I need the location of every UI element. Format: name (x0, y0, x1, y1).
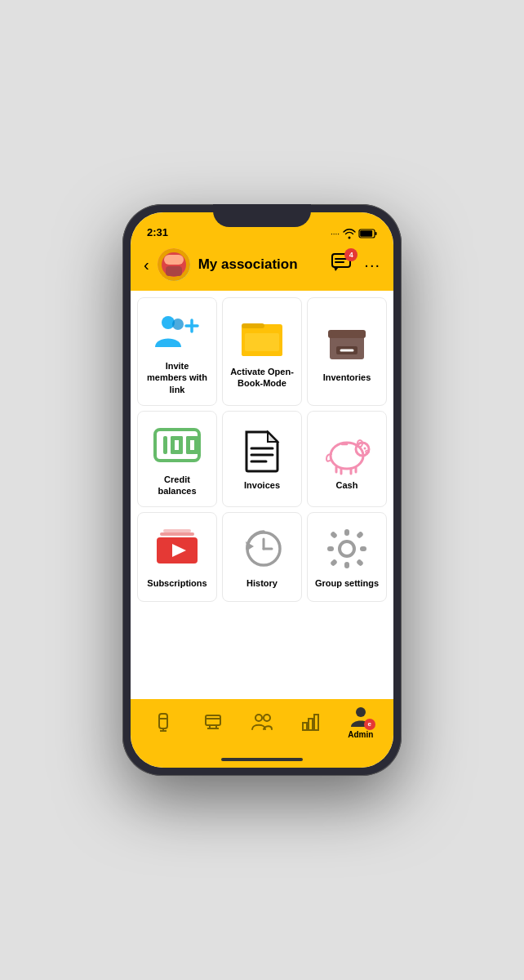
grid-item-inventories[interactable]: Inventories (307, 297, 387, 406)
svg-rect-62 (159, 714, 167, 728)
history-label: History (246, 577, 278, 589)
svg-rect-5 (164, 255, 184, 265)
svg-rect-66 (206, 715, 220, 725)
svg-rect-47 (160, 532, 194, 536)
inventories-icon (326, 323, 367, 363)
credit-icon-wrap (153, 425, 201, 466)
members-icon (251, 713, 273, 731)
svg-rect-75 (314, 715, 318, 730)
svg-rect-31 (186, 450, 198, 454)
svg-point-38 (364, 448, 366, 450)
drinks-icon (154, 712, 172, 732)
svg-rect-59 (356, 531, 364, 539)
invoices-icon-wrap (238, 430, 286, 471)
svg-rect-61 (356, 559, 364, 567)
phone-screen: 2:31 ···· ‹ (131, 212, 393, 768)
phone-frame: 2:31 ···· ‹ (122, 204, 402, 776)
nav-item-food[interactable] (195, 712, 231, 732)
back-button[interactable]: ‹ (144, 256, 149, 274)
credit-label: Credit balances (144, 474, 210, 497)
header-actions: 4 ··· (331, 253, 380, 276)
avatar (158, 248, 190, 281)
svg-point-53 (340, 541, 354, 556)
svg-rect-30 (186, 436, 198, 440)
grid-item-settings[interactable]: Group settings (307, 512, 387, 602)
status-time: 2:31 (147, 226, 168, 238)
svg-rect-73 (303, 723, 307, 730)
credit-balances-icon (153, 426, 201, 464)
inventories-icon-wrap (323, 323, 371, 363)
bottom-navigation: e Admin (131, 699, 393, 751)
notch (213, 204, 311, 227)
history-icon (242, 528, 282, 569)
svg-rect-19 (328, 330, 366, 338)
subscriptions-icon-wrap (153, 528, 201, 569)
invite-icon-wrap (153, 311, 201, 352)
home-bar (221, 758, 303, 761)
svg-rect-17 (245, 333, 279, 351)
svg-rect-1 (360, 230, 372, 237)
signal-dots-icon: ···· (331, 229, 340, 238)
invoices-icon (243, 430, 281, 471)
stats-icon (302, 713, 320, 731)
svg-rect-26 (171, 436, 183, 440)
svg-rect-22 (155, 430, 199, 461)
group-settings-icon-wrap (323, 528, 371, 569)
svg-rect-6 (166, 266, 182, 276)
invite-label: Invite members with link (144, 360, 210, 395)
nav-item-stats[interactable] (293, 713, 329, 731)
wifi-icon (343, 229, 356, 238)
main-content: Invite members with link (131, 291, 393, 699)
home-indicator (131, 751, 393, 768)
nav-item-admin[interactable]: e Admin (343, 706, 379, 739)
subscriptions-icon (155, 529, 199, 568)
svg-rect-58 (330, 531, 338, 539)
open-book-icon-wrap (238, 317, 286, 358)
svg-rect-74 (309, 719, 313, 730)
app-header: ‹ My association (131, 242, 393, 291)
grid-item-subscriptions[interactable]: Subscriptions (137, 512, 217, 602)
page-title: My association (198, 256, 324, 273)
grid-item-credit[interactable]: Credit balances (137, 411, 217, 508)
admin-nav-label: Admin (348, 730, 373, 739)
battery-icon (359, 229, 377, 238)
invite-members-icon (153, 313, 201, 350)
svg-rect-23 (163, 436, 167, 454)
svg-point-71 (255, 715, 262, 721)
svg-rect-48 (163, 529, 191, 532)
svg-rect-16 (242, 323, 264, 328)
svg-rect-57 (360, 546, 366, 551)
more-button[interactable]: ··· (364, 256, 380, 274)
grid-item-history[interactable]: History (222, 512, 302, 602)
cash-label: Cash (336, 479, 358, 491)
notification-badge: 4 (344, 248, 357, 261)
nav-item-drinks[interactable] (145, 712, 181, 732)
svg-point-72 (264, 715, 270, 721)
group-settings-icon (326, 528, 368, 570)
svg-rect-60 (330, 559, 338, 567)
open-book-mode-icon (240, 318, 284, 356)
svg-rect-27 (171, 450, 183, 454)
open-book-label: Activate Open-Book-Mode (229, 366, 295, 390)
cash-icon-wrap (323, 430, 371, 471)
history-icon-wrap (238, 528, 286, 569)
svg-rect-56 (327, 546, 334, 551)
svg-rect-2 (375, 232, 377, 235)
grid-item-invoices[interactable]: Invoices (222, 411, 302, 508)
grid-item-invite[interactable]: Invite members with link (137, 297, 217, 406)
grid-item-open-book[interactable]: Activate Open-Book-Mode (222, 297, 302, 406)
menu-grid: Invite members with link (137, 297, 387, 602)
group-settings-label: Group settings (315, 577, 379, 589)
svg-rect-54 (344, 529, 349, 536)
svg-rect-55 (344, 562, 349, 568)
nav-item-members[interactable] (244, 713, 280, 731)
invoices-label: Invoices (244, 479, 280, 491)
subscriptions-label: Subscriptions (147, 577, 206, 589)
svg-point-76 (356, 707, 366, 717)
chat-button[interactable]: 4 (331, 253, 353, 276)
grid-item-cash[interactable]: Cash (307, 411, 387, 508)
food-icon (203, 712, 223, 732)
status-icons: ···· (331, 229, 377, 238)
inventories-label: Inventories (323, 372, 371, 383)
svg-point-11 (172, 318, 184, 330)
